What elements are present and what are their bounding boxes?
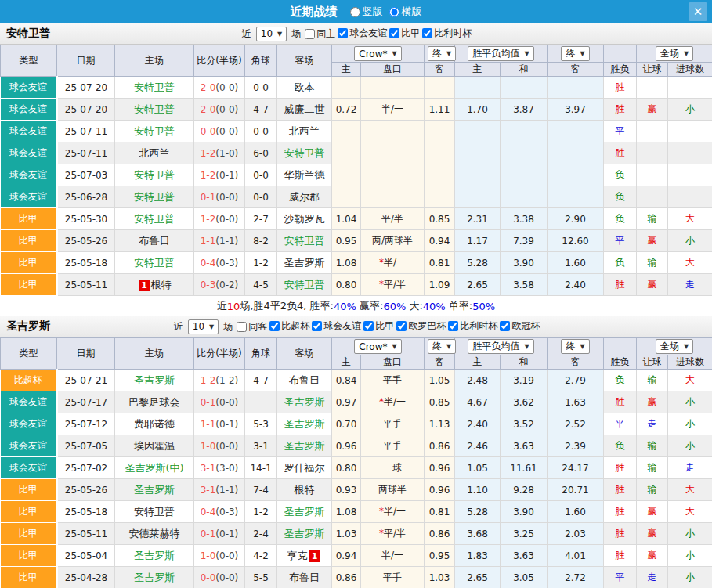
handicap-cell: 两/两球半: [361, 230, 425, 252]
handicap-result-cell: 输: [637, 208, 668, 230]
close-button[interactable]: ✕: [689, 2, 707, 21]
league-filter-option[interactable]: 比甲: [389, 27, 420, 40]
handicap-result-cell: 赢: [637, 545, 668, 567]
team-label: 安特卫普: [134, 506, 175, 518]
score-cell: 1-0(0-0): [194, 545, 245, 567]
goals-result-cell: 小: [668, 567, 712, 588]
avg-select[interactable]: 胜平负均值▼: [468, 339, 533, 354]
league-filter-option[interactable]: 比甲: [363, 319, 394, 333]
fulltime-score: 3-1: [201, 485, 216, 496]
vertical-radio[interactable]: [350, 7, 360, 17]
home-team-cell: 安特卫普: [115, 186, 194, 208]
league-cell: 球会友谊: [1, 99, 57, 121]
odds-source-select[interactable]: Crow*▼: [354, 46, 401, 61]
away-team-cell: 威尔郡: [277, 186, 332, 208]
league-label: 欧罗巴杯: [408, 319, 446, 333]
horizontal-radio[interactable]: [389, 7, 399, 17]
halftime-score: (1-1): [215, 485, 238, 496]
col-type: 类型: [1, 45, 57, 77]
handicap-result-cell: 赢: [637, 230, 668, 252]
league-checkbox[interactable]: [363, 321, 374, 331]
sub-d: 和: [501, 63, 548, 77]
team-label: 安德莱赫特: [129, 528, 180, 539]
odds-away-cell: 0.96: [425, 457, 455, 479]
sub-handicap-result: 让球: [637, 355, 668, 370]
same-away-checkbox[interactable]: [237, 322, 247, 332]
home-team-cell: 费耶诺德: [115, 413, 194, 435]
league-filter-option[interactable]: 比超杯: [269, 319, 309, 333]
league-label: 球会友谊: [323, 319, 361, 333]
league-checkbox[interactable]: [396, 321, 407, 331]
layout-horizontal-option[interactable]: 横版: [389, 5, 422, 19]
avg-away-cell: 1.60: [548, 252, 604, 274]
goals-result-cell: [668, 186, 712, 208]
scope-select[interactable]: 全场▼: [656, 339, 693, 354]
avg-home-cell: 2.65: [455, 274, 501, 296]
layout-vertical-option[interactable]: 竖版: [350, 5, 383, 19]
league-filter-option[interactable]: 球会友谊: [338, 27, 387, 40]
odds-state-select[interactable]: 终▼: [428, 46, 456, 61]
match-count-select[interactable]: 10▼: [188, 319, 219, 334]
league-checkbox[interactable]: [338, 28, 348, 38]
goals-result-cell: 大: [668, 208, 712, 230]
halftime-score: (0-3): [215, 507, 238, 518]
same-away-filter[interactable]: 同客: [237, 320, 267, 334]
date-cell: 25-07-05: [57, 435, 115, 457]
fulltime-score: 1-2: [201, 214, 216, 225]
league-checkbox[interactable]: [312, 321, 322, 331]
avg-draw-cell: 3.52: [501, 413, 548, 435]
team-label: 埃因霍温: [134, 440, 175, 452]
league-filter-option[interactable]: 欧罗巴杯: [396, 319, 446, 333]
team-label: 根特: [151, 279, 172, 290]
avg-header: 胜平负均值▼: [455, 45, 548, 63]
league-checkbox[interactable]: [500, 321, 510, 331]
avg-home-cell: 5.28: [455, 501, 501, 523]
goals-result-cell: 走: [668, 274, 712, 296]
vertical-radio-label: 竖版: [363, 5, 383, 19]
avg-state-select[interactable]: 终▼: [561, 339, 589, 354]
score-cell: 3-1(3-0): [194, 457, 245, 479]
team-label: 安特卫普: [284, 279, 325, 290]
league-filter-option[interactable]: 比利时杯: [448, 319, 497, 333]
section-header-antwerp: 安特卫普 近 10▼ 场 同主 球会友谊比甲比利时杯: [0, 23, 712, 45]
league-checkbox[interactable]: [448, 321, 458, 331]
avg-draw-cell: [501, 186, 548, 208]
col-corner: 角球: [245, 338, 277, 370]
goals-result-cell: 小: [668, 545, 712, 567]
halftime-score: (0-1): [215, 170, 238, 181]
league-filter-option[interactable]: 球会友谊: [312, 319, 361, 333]
match-row: 球会友谊25-07-02圣吉罗斯(中)3-1(3-0)14-1罗什福尔0.80三…: [1, 457, 712, 479]
odds-state-select[interactable]: 终▼: [428, 339, 456, 354]
odds-source-select[interactable]: Crow*▼: [354, 339, 401, 354]
same-home-filter[interactable]: 同主: [305, 27, 335, 41]
avg-select[interactable]: 胜平负均值▼: [468, 46, 533, 61]
handicap-star: *: [379, 506, 384, 517]
league-cell: 比甲: [1, 523, 57, 545]
score-cell: 0-4(0-3): [194, 501, 245, 523]
league-checkbox[interactable]: [269, 321, 280, 331]
match-count-select[interactable]: 10▼: [256, 27, 287, 41]
team-label: 安特卫普: [134, 125, 175, 137]
league-filter-option[interactable]: 比利时杯: [422, 27, 472, 40]
scope-select[interactable]: 全场▼: [656, 46, 693, 61]
league-filter-option[interactable]: 欧冠杯: [500, 319, 540, 333]
handicap-result-cell: 输: [637, 252, 668, 274]
avg-home-cell: 1.83: [455, 545, 501, 567]
halftime-score: (3-0): [215, 463, 238, 474]
handicap-cell: *平/半: [361, 523, 425, 545]
odds-home-cell: 0.84: [332, 370, 361, 391]
avg-home-cell: 1.70: [455, 99, 501, 121]
score-cell: 1-2(1-0): [194, 142, 245, 164]
match-row: 比甲25-05-18安特卫普0-4(0-3)1-2圣吉罗斯1.08*半/一0.8…: [1, 501, 712, 523]
halftime-score: (1-1): [215, 236, 238, 247]
same-home-checkbox[interactable]: [305, 29, 315, 39]
handicap-result-cell: 赢: [637, 99, 668, 121]
avg-state-select[interactable]: 终▼: [561, 46, 589, 61]
league-checkbox[interactable]: [389, 28, 399, 38]
league-checkbox[interactable]: [422, 28, 432, 38]
away-team-cell: 亨克1: [277, 545, 332, 567]
avg-away-cell: 2.40: [548, 274, 604, 296]
match-row: 比甲25-05-30安特卫普1-2(0-0)2-7沙勒罗瓦1.04平/半0.85…: [1, 208, 712, 230]
avg-home-cell: 2.31: [455, 208, 501, 230]
odds-home-cell: [332, 142, 361, 164]
